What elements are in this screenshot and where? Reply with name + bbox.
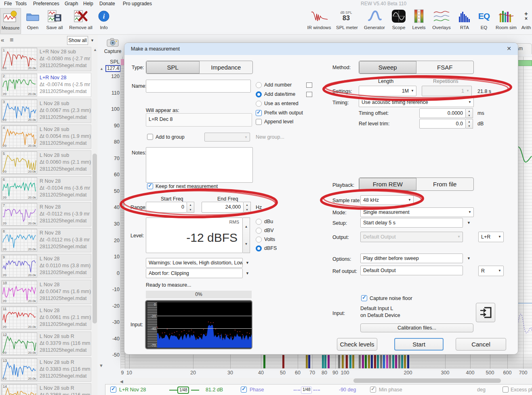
type-spl-button[interactable]: SPL — [146, 61, 200, 74]
measurement-list-item[interactable]: 32020.0kL Nov 28 subΔt 0.0067 ms (2.3 mm… — [1, 99, 91, 123]
measurement-list-item[interactable]: 82020.0kR Nov 28Δt -0.0112 ms (-3.8 mr28… — [1, 228, 91, 252]
measurement-list-item[interactable]: 102020.0kL Nov 28Δt 0.0047 ms (1.6 mm)28… — [1, 280, 91, 304]
measurement-list-item[interactable]: 22020.0kL+R Nov 28Δt -0.0074 ms (-2.5 mr… — [1, 73, 91, 97]
group-dropdown[interactable]: ▼ — [204, 133, 250, 142]
setup-arrow-icon[interactable]: ▼ — [467, 221, 471, 225]
notes-textarea[interactable] — [146, 147, 253, 183]
warnings-arrow-icon[interactable]: ▼ — [246, 261, 249, 265]
method-fsaf-button[interactable]: FSAF — [416, 61, 474, 74]
menu-tools[interactable]: Tools — [15, 1, 27, 6]
start-button[interactable]: Start — [394, 338, 444, 351]
measurement-list-item[interactable]: 122020.0kL Nov 28 sub RΔt 0.3379 ms (116… — [1, 332, 91, 356]
trace1-visible-checkbox[interactable] — [110, 387, 116, 393]
measurement-list-item[interactable]: 142020.0kL Nov 28 sub RΔt 0.3368 ms (116… — [1, 383, 91, 395]
measurement-list-item[interactable]: 92020.0kL Nov 28Δt 0.0110 ms (3.8 mm)281… — [1, 254, 91, 278]
add-to-group-checkbox[interactable] — [147, 134, 153, 140]
timing-offset-input[interactable]: 0.0000 — [419, 108, 466, 118]
save-all-button[interactable]: Save all — [44, 8, 65, 34]
warnings-dropdown[interactable]: Warnings: Low levels, High distortion, L… — [146, 258, 243, 268]
spl-meter-button[interactable]: dB SPL83 SPL meter — [336, 8, 356, 34]
menu-help[interactable]: Help — [83, 1, 93, 6]
sweep-length-dropdown[interactable]: 1M▼ — [359, 86, 416, 96]
keep-next-checkbox[interactable] — [147, 183, 153, 189]
eq-button[interactable]: EQ EQ — [476, 8, 492, 34]
options-arrow-icon[interactable]: ▼ — [467, 256, 471, 260]
levels-button[interactable]: 0369 Levels — [410, 8, 427, 34]
phase-visible-checkbox[interactable] — [241, 387, 247, 393]
new-group-link[interactable]: New group... — [256, 134, 284, 140]
dbfs-radio[interactable] — [256, 245, 262, 251]
method-sweep-button[interactable]: Sweep — [359, 61, 416, 74]
measurement-list-item[interactable]: 52020.0kL Nov 28 subΔt 0.0060 ms (2.1 mm… — [1, 150, 91, 175]
abort-arrow-icon[interactable]: ▼ — [246, 271, 249, 275]
name-input[interactable] — [146, 80, 251, 93]
options-field[interactable]: Play dither before sweep — [360, 253, 463, 263]
dbv-radio[interactable] — [256, 228, 262, 234]
menu-graph[interactable]: Graph — [65, 1, 78, 6]
min-phase-checkbox[interactable] — [370, 387, 376, 393]
show-all-arrow-icon[interactable]: ▼ — [90, 38, 94, 42]
rta-button[interactable]: RTA — [457, 8, 472, 34]
show-all-dropdown[interactable]: Show all — [67, 36, 88, 45]
ref-output-channel-dropdown[interactable]: R▼ — [478, 266, 504, 276]
setup-field[interactable]: Start delay 5 s — [360, 218, 463, 228]
ref-level-trim-input[interactable]: 0.0 — [419, 119, 466, 129]
list-menu-icon[interactable]: ≡ — [10, 36, 13, 44]
y-axis-scroll-down-icon[interactable]: ▼ — [99, 363, 103, 368]
input-device-button[interactable] — [476, 303, 495, 322]
collapse-sidebar-icon[interactable]: « — [1, 36, 4, 43]
generator-button[interactable]: Generator — [362, 8, 387, 34]
capture-button[interactable]: Capture — [103, 38, 122, 57]
arith-button[interactable]: +× Arith — [520, 8, 532, 34]
end-freq-input[interactable]: 24,000 — [202, 202, 244, 213]
cancel-button[interactable]: Cancel — [456, 338, 506, 351]
measurement-list-item[interactable]: 132020.0kL Nov 28 sub RΔt 0.3383 ms (116… — [1, 357, 91, 382]
append-level-checkbox[interactable] — [256, 119, 262, 125]
excess-phase-checkbox[interactable] — [503, 387, 509, 393]
timing-offset-spinner[interactable]: ▲▼ — [466, 108, 473, 118]
menu-pro-upgrades[interactable]: Pro upgrades — [123, 1, 152, 6]
trace1-smoothing-badge[interactable]: 1/48 — [177, 387, 189, 394]
room-sim-button[interactable]: Room sim — [494, 8, 519, 34]
use-as-entered-radio[interactable] — [256, 101, 262, 107]
y-axis-scroll-up-icon[interactable]: ▲ — [100, 67, 103, 71]
level-spinner[interactable]: ▲▼ — [243, 218, 250, 253]
info-button[interactable]: i Info — [97, 8, 111, 34]
abort-dropdown[interactable]: Abort for: Clipping — [146, 268, 243, 278]
scope-button[interactable]: Scope — [390, 8, 407, 34]
sample-rate-dropdown[interactable]: 48 kHz▼ — [360, 195, 414, 205]
calibration-files-button[interactable]: Calibration files... — [360, 323, 473, 332]
graph-h-scrollbar-thumb[interactable] — [353, 378, 501, 383]
volts-radio[interactable] — [256, 237, 262, 243]
dbu-radio[interactable] — [256, 219, 262, 225]
measure-button[interactable]: Measure — [0, 8, 21, 34]
measurement-list-item[interactable]: 72020.0kR Nov 28Δt -0.0112 ms (-3.9 mr28… — [1, 202, 91, 226]
timing-dropdown[interactable]: Use acoustic timing reference▼ — [359, 97, 474, 107]
measurement-list-item[interactable]: 42020.0kL Nov 28 subΔt 0.0054 ms (1.9 mm… — [1, 125, 91, 149]
measurement-list-item[interactable]: 62020.0kR Nov 28Δt -0.0104 ms (-3.6 mr28… — [1, 176, 91, 201]
level-display[interactable]: RMS -12 dBFS — [146, 218, 243, 253]
measurement-list-item[interactable]: 12020.0kL+R Nov 28 subΔt -0.0080 ms (-2.… — [1, 47, 91, 71]
playback-from-file-button[interactable]: From file — [416, 178, 474, 190]
capture-noise-floor-checkbox[interactable] — [361, 295, 367, 301]
datetime-format-icon[interactable] — [306, 92, 312, 97]
menu-preferences[interactable]: Preferences — [33, 1, 59, 6]
overlays-button[interactable]: Overlays — [430, 8, 453, 34]
end-freq-spinner[interactable]: ▲▼ — [244, 202, 251, 213]
output-channel-dropdown[interactable]: L+R▼ — [478, 232, 504, 242]
measurement-list-item[interactable]: 112020.0kL Nov 28Δt 0.0061 ms (2.1 mm)28… — [1, 306, 91, 330]
number-format-icon[interactable] — [306, 82, 312, 88]
check-levels-button[interactable]: Check levels — [337, 338, 377, 351]
sidebar-scroll-up-icon[interactable]: ▲ — [93, 48, 97, 52]
close-icon[interactable]: ✕ — [507, 45, 511, 52]
start-freq-spinner[interactable]: ▲▼ — [187, 202, 194, 213]
output-dropdown[interactable]: Default Output▼ — [360, 232, 463, 242]
ref-output-field[interactable]: Default Output — [360, 266, 463, 275]
add-datetime-radio[interactable] — [256, 91, 262, 97]
y-axis-cursor-value[interactable]: 127.4 — [105, 65, 121, 72]
playback-from-rew-button[interactable]: From REW — [359, 178, 416, 190]
repetitions-dropdown[interactable]: 1▼ — [422, 86, 472, 96]
mode-dropdown[interactable]: Single measurement▼ — [360, 207, 474, 217]
prefix-with-output-checkbox[interactable] — [256, 110, 262, 116]
menu-file[interactable]: File — [4, 1, 12, 6]
